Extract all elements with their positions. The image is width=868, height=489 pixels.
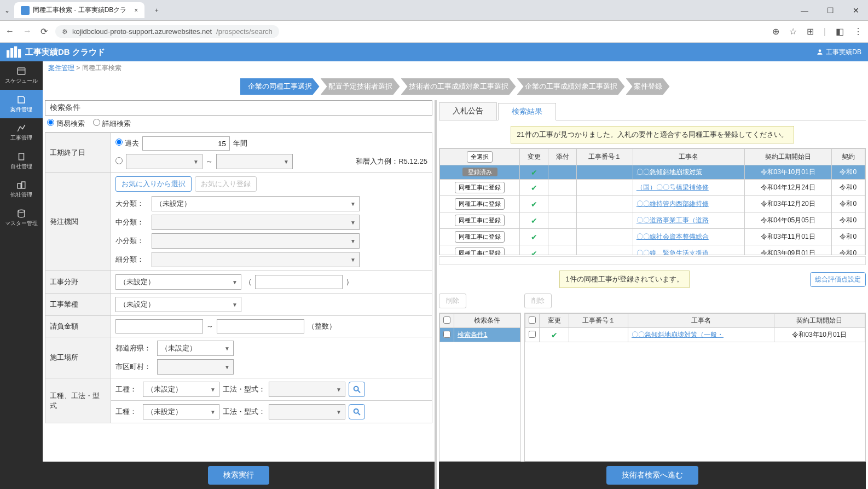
search-exec-button[interactable]: 検索実行 xyxy=(208,466,269,485)
sel-koushu-2[interactable]: （未設定）▼ xyxy=(143,404,219,419)
nav-other-company[interactable]: 他社管理 xyxy=(0,175,43,204)
close-tab-icon[interactable]: × xyxy=(134,7,138,14)
work-name-link[interactable]: 〇〇急傾斜地崩壊対策 xyxy=(636,168,702,176)
sel-field[interactable]: （未設定）▼ xyxy=(115,274,241,290)
sel-mid[interactable]: ▼ xyxy=(152,215,360,230)
tab-dropdown-icon[interactable]: ⌄ xyxy=(4,7,10,14)
search-form[interactable]: 工期終了日 過去 年間 ▼ ～ xyxy=(45,132,432,462)
amount-from[interactable] xyxy=(115,319,203,333)
radio-past[interactable]: 過去 xyxy=(115,139,139,148)
select-all-button[interactable]: 全選択 xyxy=(467,151,493,163)
next-button[interactable]: 技術者検索へ進む xyxy=(606,466,698,485)
cond-check-all[interactable] xyxy=(443,317,450,324)
wizard-step-4[interactable]: 企業の工事成績対象工事選択 xyxy=(517,78,625,95)
work-name-link[interactable]: （国）〇〇号橋梁補修修 xyxy=(636,183,709,191)
close-window-icon[interactable]: ✕ xyxy=(848,4,864,17)
sel-type[interactable]: （未設定）▼ xyxy=(115,297,241,312)
breadcrumb: 案件管理 > 同種工事検索 xyxy=(43,61,868,75)
work-name-link[interactable]: 〇〇線 緊急生活支援道 xyxy=(636,249,709,255)
registered-grid[interactable]: 変更 工事番号１ 工事名 契約工期開始日 ✔ 〇〇急傾斜地崩壊対策（一般・ xyxy=(524,313,866,462)
wareki-hint: 和暦入力例：R5.12.25 xyxy=(356,157,427,166)
breadcrumb-link[interactable]: 案件管理 xyxy=(48,64,74,72)
search-icon-1[interactable] xyxy=(349,382,365,397)
sel-kouhou-1[interactable]: ▼ xyxy=(269,382,345,397)
check-icon: ✔ xyxy=(531,249,537,256)
svg-rect-3 xyxy=(18,49,21,58)
radio-detail[interactable]: 詳細検索 xyxy=(93,119,131,128)
result-notice: 21件の工事が見つかりました。入札の要件と適合する同種工事を登録してください。 xyxy=(511,126,794,143)
user-menu[interactable]: 工事実績DB xyxy=(816,48,861,57)
result-grid[interactable]: 全選択 変更 添付 工事番号１ 工事名 契約工期開始日 契約 登録済み✔〇〇急傾… xyxy=(439,148,866,255)
svg-rect-2 xyxy=(14,47,17,58)
wizard-step-1[interactable]: 企業の同種工事選択 xyxy=(240,78,320,95)
minimize-icon[interactable]: — xyxy=(796,4,813,17)
reg-row-check[interactable] xyxy=(529,331,536,338)
register-button[interactable]: 同種工事に登録 xyxy=(455,231,505,243)
browser-tab[interactable]: 同種工事検索 - 工事実績DBクラ × xyxy=(14,2,144,18)
wizard-step-3[interactable]: 技術者の工事成績対象工事選択 xyxy=(401,78,516,95)
zoom-icon[interactable]: ⊕ xyxy=(772,26,779,37)
register-button[interactable]: 同種工事に登録 xyxy=(455,215,505,226)
new-tab-button[interactable]: + xyxy=(149,3,164,18)
work-name-link[interactable]: 〇〇維持管内西部維持修 xyxy=(636,200,709,208)
svg-line-14 xyxy=(358,413,360,415)
extensions-icon[interactable]: ⊞ xyxy=(807,26,814,37)
reg-name-link[interactable]: 〇〇急傾斜地崩壊対策（一般・ xyxy=(632,331,724,338)
amount-to[interactable] xyxy=(217,319,304,333)
work-name-link[interactable]: 〇〇線社会資本整備総合 xyxy=(636,233,709,240)
tab-result[interactable]: 検索結果 xyxy=(498,103,556,120)
cond-link[interactable]: 検索条件1 xyxy=(458,331,488,338)
nav-construction[interactable]: 工事管理 xyxy=(0,118,43,147)
menu-icon[interactable]: ⋮ xyxy=(854,26,863,37)
tab-bid[interactable]: 入札公告 xyxy=(439,102,497,120)
fav-select-button[interactable]: お気に入りから選択 xyxy=(115,176,192,192)
site-info-icon[interactable]: ⚙ xyxy=(62,28,68,36)
url-input[interactable]: ⚙ kojidbcloud-proto-support.azurewebsite… xyxy=(55,25,279,38)
sel-big[interactable]: （未設定）▼ xyxy=(152,196,360,211)
work-name-link[interactable]: 〇〇道路事業工事（道路 xyxy=(636,216,709,224)
nav-master[interactable]: マスター管理 xyxy=(0,204,43,232)
register-button[interactable]: 同種工事に登録 xyxy=(455,182,505,193)
check-icon: ✔ xyxy=(531,183,537,192)
sel-koushu-1[interactable]: （未設定）▼ xyxy=(143,382,219,397)
result-hscroll[interactable] xyxy=(439,256,866,265)
wizard-step-5[interactable]: 案件登録 xyxy=(626,78,670,95)
left-footer: 検索実行 xyxy=(43,462,435,489)
search-icon-2[interactable] xyxy=(349,404,365,419)
svg-point-13 xyxy=(354,409,358,413)
cond-row-check[interactable] xyxy=(443,331,450,338)
svg-rect-1 xyxy=(10,48,13,58)
register-button[interactable]: 同種工事に登録 xyxy=(455,248,505,255)
svg-rect-5 xyxy=(18,68,25,74)
app-logo[interactable]: 工事実績DB クラウド xyxy=(7,46,105,58)
back-icon[interactable]: ← xyxy=(5,26,14,37)
sel-kouhou-2[interactable]: ▼ xyxy=(269,404,345,419)
forward-icon[interactable]: → xyxy=(23,26,32,37)
sel-pref[interactable]: （未設定）▼ xyxy=(157,341,234,356)
sel-small[interactable]: ▼ xyxy=(152,233,360,249)
lbl-type: 工事業種 xyxy=(45,294,111,316)
field-text[interactable] xyxy=(255,275,343,289)
radio-simple[interactable]: 簡易検索 xyxy=(47,119,85,128)
maximize-icon[interactable]: ☐ xyxy=(823,4,838,17)
svg-rect-9 xyxy=(22,182,25,188)
date-from[interactable]: ▼ xyxy=(126,154,202,169)
svg-point-10 xyxy=(18,210,25,212)
radio-range[interactable] xyxy=(115,157,123,166)
nav-schedule[interactable]: スケジュール xyxy=(0,61,43,90)
sel-detail[interactable]: ▼ xyxy=(152,252,360,267)
register-button[interactable]: 同種工事に登録 xyxy=(455,198,505,210)
tab-title: 同種工事検索 - 工事実績DBクラ xyxy=(33,5,126,15)
reg-check-all[interactable] xyxy=(529,317,536,324)
years-input[interactable] xyxy=(142,136,230,151)
sel-city[interactable]: ▼ xyxy=(157,359,234,375)
nav-cases[interactable]: 案件管理 xyxy=(0,90,43,118)
nav-own-company[interactable]: 自社管理 xyxy=(0,147,43,175)
sidepanel-icon[interactable]: ◧ xyxy=(836,26,844,37)
eval-settings-button[interactable]: 総合評価点設定 xyxy=(810,272,866,287)
wizard-step-2[interactable]: 配置予定技術者選択 xyxy=(321,78,400,95)
date-to[interactable]: ▼ xyxy=(216,154,293,169)
reload-icon[interactable]: ⟳ xyxy=(40,26,48,37)
bookmark-icon[interactable]: ☆ xyxy=(789,26,797,37)
cond-grid[interactable]: 検索条件 検索条件1 xyxy=(439,313,521,462)
